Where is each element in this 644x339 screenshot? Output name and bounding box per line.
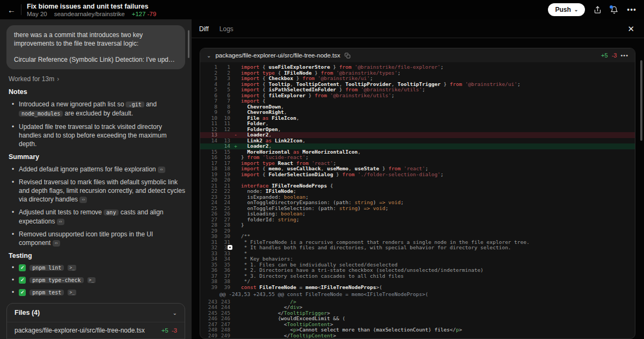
deletions-count: -79 [148, 11, 157, 17]
diff-marker [230, 333, 241, 339]
terminal-icon[interactable]: >_ [87, 277, 96, 283]
bullet-item: Adjusted unit tests to remove any casts … [12, 208, 185, 226]
right-scrollbar-thumb[interactable] [640, 60, 642, 141]
bullet-text: are excluded by default. [63, 110, 133, 117]
code-text: File as FileIcon, [241, 116, 635, 121]
notifications-button[interactable] [610, 6, 618, 14]
diff-content: ⌄ packages/file-explorer-ui/src/file-tre… [192, 38, 644, 339]
repo-name: seandearnaley/brainstrike [54, 11, 125, 17]
code-reference-chip[interactable]: ‹› [158, 167, 165, 173]
code-reference-chip[interactable]: ‹› [57, 219, 64, 225]
bullet-dot: • [12, 264, 14, 271]
old-line-number: 36 [200, 268, 217, 273]
file-row[interactable]: packages/file-explorer-ui/src/file-tree-… [7, 322, 185, 338]
terminal-icon[interactable]: >_ [68, 265, 76, 271]
back-button[interactable]: ← [8, 6, 16, 14]
terminal-icon[interactable]: >_ [68, 290, 76, 295]
file-more-options-button[interactable]: ••• [620, 52, 628, 59]
code-text: * It handles both files and directories,… [241, 245, 635, 251]
push-button[interactable]: Push ⌄ [548, 3, 585, 16]
bullet-text: Introduced a new ignored path list so [19, 100, 126, 108]
old-line-number: 20 [200, 177, 217, 183]
more-options-button[interactable]: ••• [627, 5, 636, 14]
topbar-divider [21, 4, 21, 15]
old-line-number: 13 [200, 132, 217, 138]
notes-heading: Notes [9, 88, 185, 96]
code-text: FolderOpen, [241, 127, 635, 133]
tab-logs[interactable]: Logs [219, 25, 233, 33]
chevron-right-icon: › [57, 75, 59, 83]
diff-file-header: ⌄ packages/file-explorer-ui/src/file-tre… [200, 48, 635, 62]
task-title-block: Fix biome issues and unit test failures … [27, 3, 156, 17]
diff-marker [230, 222, 241, 228]
worked-for-toggle[interactable]: Worked for 13m › [9, 75, 184, 83]
diff-marker [230, 177, 241, 183]
share-button[interactable] [594, 6, 602, 14]
tab-diff[interactable]: Diff [199, 25, 209, 33]
new-line-number: 9 [217, 110, 230, 116]
diff-stats: +127 -79 [131, 11, 156, 17]
old-line-number: 7 [200, 98, 217, 104]
testing-item: •✓pnpm test>_ [12, 288, 185, 296]
diff-marker [230, 98, 241, 104]
diff-marker [230, 87, 241, 93]
old-line-number: 16 [200, 155, 217, 161]
code-reference-chip[interactable]: ‹› [79, 197, 87, 203]
bullet-text: Added default ignore patterns for file e… [19, 165, 158, 173]
diff-panel: Diff Logs ✕ ⌄ packages/file-explorer-ui/… [192, 19, 644, 339]
command-chip: pnpm type-check [30, 277, 83, 283]
old-line-number: 22 [200, 189, 217, 194]
old-line-number: 32 [200, 245, 217, 251]
old-line-number: 3 [200, 76, 217, 82]
diff-line: 2828 } [200, 222, 635, 228]
files-card-title: Files (4) [14, 309, 40, 316]
worked-for-label: Worked for 13m [9, 75, 54, 83]
bullet-text: Updated file tree traversal to track vis… [19, 123, 167, 148]
old-line-number: 39 [200, 285, 217, 291]
left-scrollbar-thumb[interactable] [188, 30, 189, 58]
new-line-number [217, 132, 230, 138]
files-card-header[interactable]: Files (4) ⌄ [7, 304, 185, 322]
code-text: import { FolderSelectionDialog } from '.… [241, 172, 635, 178]
bullet-text: Adjusted unit tests to remove [19, 208, 104, 216]
old-line-number: 28 [200, 222, 217, 228]
share-icon [594, 6, 602, 14]
bullet-text: and [144, 100, 157, 108]
diff-marker [230, 256, 241, 262]
close-panel-button[interactable]: ✕ [627, 24, 634, 34]
bullet-item: Introduced a new ignored path list so .g… [12, 100, 185, 118]
new-line-number: 16 [217, 155, 230, 161]
testing-item: •✓pnpm lint>_ [12, 264, 185, 271]
diff-marker [230, 234, 241, 240]
bullet-item: Removed unsupported icon title props in … [12, 230, 185, 247]
summary-heading: Summary [9, 153, 185, 161]
checked-checkbox-icon: ✓ [19, 264, 26, 271]
old-line-number: 18 [200, 166, 217, 172]
push-button-label: Push [555, 6, 570, 13]
app-window: ← Fix biome issues and unit test failure… [0, 0, 644, 339]
diff-file-stats: +5 -3 ••• [601, 52, 628, 59]
diff-marker: + [230, 143, 241, 149]
diff-line: 2929 [200, 228, 635, 234]
checked-checkbox-icon: ✓ [19, 277, 26, 284]
code-text: * 3. Directory selection cascades to all… [241, 273, 635, 279]
testing-heading: Testing [9, 252, 185, 259]
diff-file-card: ⌄ packages/file-explorer-ui/src/file-tre… [200, 48, 635, 339]
main-split: there was a a commit that introduces two… [0, 19, 644, 339]
collapse-file-chevron[interactable]: ⌄ [207, 53, 211, 59]
old-line-number: 14 [200, 138, 217, 144]
copy-path-button[interactable] [345, 53, 350, 59]
new-line-number: 14 [217, 143, 230, 149]
diff-file-path: packages/file-explorer-ui/src/file-tree-… [215, 52, 340, 59]
code-reference-chip[interactable]: ‹› [53, 240, 60, 247]
diff-marker [230, 189, 241, 194]
task-title: Fix biome issues and unit test failures [27, 3, 156, 10]
file-deletions: -3 [172, 327, 177, 334]
testing-item: •✓pnpm type-check>_ [12, 276, 185, 284]
more-icon: ••• [627, 5, 636, 14]
notes-list: Introduced a new ignored path list so .g… [6, 100, 185, 148]
comment-marker[interactable] [228, 245, 232, 250]
diff-line: 3232 * It handles both files and directo… [200, 245, 635, 251]
code-text: ChevronDown, [241, 104, 635, 110]
old-line-number: 248 [200, 327, 217, 333]
